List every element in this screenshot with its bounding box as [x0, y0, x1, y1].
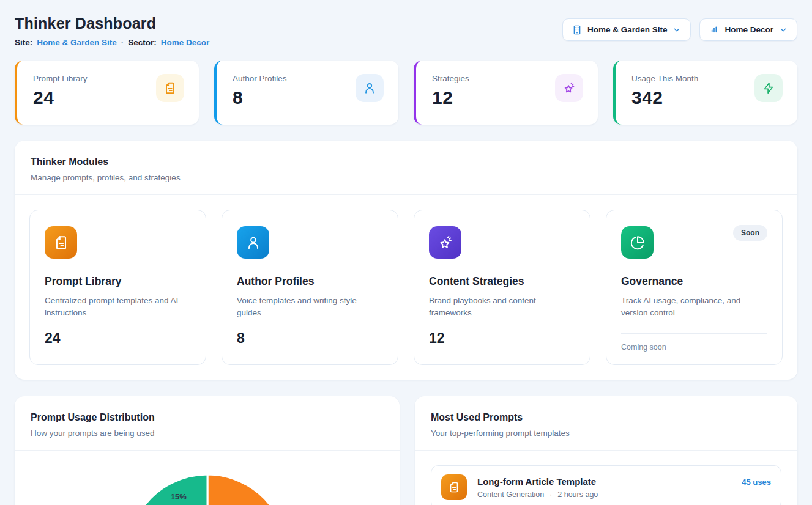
- stat-label: Author Profiles: [233, 74, 287, 83]
- prompt-time: 2 hours ago: [557, 490, 598, 499]
- module-count: 12: [429, 330, 575, 347]
- module-card-content-strategies[interactable]: Content Strategies Brand playbooks and c…: [414, 210, 590, 365]
- bottom-row: Prompt Usage Distribution How your promp…: [15, 396, 797, 505]
- module-description: Brand playbooks and content frameworks: [429, 295, 575, 320]
- module-count: 8: [237, 330, 383, 347]
- donut-chart-svg: 15%: [15, 451, 400, 505]
- prompt-list: Long-form Article Template Content Gener…: [415, 451, 797, 505]
- module-description: Centralized prompt templates and AI inst…: [45, 295, 191, 320]
- stat-label: Prompt Library: [33, 74, 88, 83]
- usage-distribution-panel: Prompt Usage Distribution How your promp…: [15, 396, 400, 505]
- module-description: Voice templates and writing style guides: [237, 295, 383, 320]
- divider: [621, 333, 767, 334]
- thinker-modules-panel: Thinker Modules Manage prompts, profiles…: [15, 141, 797, 380]
- stat-card-author-profiles: Author Profiles 8: [214, 61, 398, 125]
- prompts-panel-header: Most Used Prompts Your top-performing pr…: [415, 396, 797, 451]
- user-icon: [356, 74, 384, 102]
- breadcrumb: Site: Home & Garden Site · Sector: Home …: [15, 38, 209, 47]
- module-card-governance[interactable]: Soon Governance Track AI usage, complian…: [606, 210, 783, 365]
- chevron-down-icon: [779, 26, 788, 34]
- sector-link[interactable]: Home Decor: [161, 38, 210, 47]
- prompts-panel-subtitle: Your top-performing prompt templates: [431, 429, 781, 438]
- module-title: Author Profiles: [237, 275, 383, 288]
- modules-panel-title: Thinker Modules: [31, 157, 781, 168]
- site-selector-label: Home & Garden Site: [587, 25, 668, 34]
- header-left: Thinker Dashboard Site: Home & Garden Si…: [15, 15, 209, 47]
- prompt-category: Content Generation: [477, 490, 544, 499]
- dashboard-page: Thinker Dashboard Site: Home & Garden Si…: [0, 0, 812, 505]
- module-count: 24: [45, 330, 191, 347]
- module-card-prompt-library[interactable]: Prompt Library Centralized prompt templa…: [29, 210, 206, 365]
- stat-value: 342: [631, 87, 698, 108]
- page-title: Thinker Dashboard: [15, 15, 209, 32]
- stat-card-usage: Usage This Month 342: [613, 61, 797, 125]
- coming-soon-text: Coming soon: [621, 343, 767, 352]
- stat-text: Strategies 12: [432, 74, 469, 111]
- modules-panel-subtitle: Manage prompts, profiles, and strategies: [31, 173, 781, 182]
- stat-card-strategies: Strategies 12: [414, 61, 598, 125]
- bar-chart-icon: [709, 25, 719, 35]
- prompt-meta: Content Generation · 2 hours ago: [477, 490, 731, 499]
- building-icon: [572, 25, 582, 35]
- prompt-title: Long-form Article Template: [477, 476, 731, 487]
- site-label: Site:: [15, 38, 32, 47]
- sector-selector-label: Home Decor: [724, 25, 773, 34]
- usage-panel-subtitle: How your prompts are being used: [31, 429, 384, 438]
- prompt-uses-badge: 45 uses: [742, 477, 771, 487]
- document-icon: [45, 226, 77, 259]
- document-icon: [441, 474, 467, 500]
- site-link[interactable]: Home & Garden Site: [37, 38, 117, 47]
- stat-text: Prompt Library 24: [33, 74, 88, 111]
- sector-selector-button[interactable]: Home Decor: [699, 18, 797, 41]
- stat-text: Author Profiles 8: [233, 74, 287, 111]
- modules-panel-header: Thinker Modules Manage prompts, profiles…: [15, 141, 797, 195]
- star-sparkle-icon: [429, 226, 461, 259]
- prompt-item-body: Long-form Article Template Content Gener…: [477, 476, 731, 499]
- donut-segment-label: 15%: [171, 492, 187, 501]
- module-card-author-profiles[interactable]: Author Profiles Voice templates and writ…: [222, 210, 398, 365]
- soon-badge: Soon: [733, 225, 767, 241]
- stats-row: Prompt Library 24 Author Profiles 8 Stra…: [15, 61, 797, 125]
- module-title: Prompt Library: [45, 275, 191, 288]
- star-sparkle-icon: [555, 74, 583, 102]
- stat-value: 12: [432, 87, 469, 108]
- user-icon: [237, 226, 269, 259]
- chevron-down-icon: [672, 26, 681, 34]
- usage-panel-title: Prompt Usage Distribution: [31, 412, 384, 423]
- page-header: Thinker Dashboard Site: Home & Garden Si…: [15, 15, 797, 47]
- pie-chart-icon: [621, 226, 654, 259]
- stat-value: 8: [233, 87, 287, 108]
- breadcrumb-separator: ·: [121, 38, 124, 47]
- usage-panel-header: Prompt Usage Distribution How your promp…: [15, 396, 400, 451]
- usage-donut-chart: 15%: [15, 451, 400, 505]
- site-selector-button[interactable]: Home & Garden Site: [562, 18, 691, 41]
- stat-value: 24: [33, 87, 88, 108]
- bolt-icon: [754, 74, 783, 102]
- sector-label: Sector:: [128, 38, 157, 47]
- module-title: Governance: [621, 275, 767, 288]
- document-icon: [156, 74, 184, 102]
- stat-card-prompt-library: Prompt Library 24: [15, 61, 199, 125]
- orange-segment: [207, 474, 287, 505]
- stat-text: Usage This Month 342: [631, 74, 698, 111]
- module-description: Track AI usage, compliance, and version …: [621, 295, 767, 320]
- stat-label: Strategies: [432, 74, 469, 83]
- most-used-prompts-panel: Most Used Prompts Your top-performing pr…: [415, 396, 797, 505]
- header-selectors: Home & Garden Site Home Decor: [562, 18, 797, 41]
- prompts-panel-title: Most Used Prompts: [431, 412, 781, 423]
- module-title: Content Strategies: [429, 275, 575, 288]
- modules-grid: Prompt Library Centralized prompt templa…: [15, 195, 797, 380]
- meta-separator: ·: [549, 490, 552, 499]
- prompt-list-item[interactable]: Long-form Article Template Content Gener…: [431, 465, 781, 505]
- stat-label: Usage This Month: [631, 74, 698, 83]
